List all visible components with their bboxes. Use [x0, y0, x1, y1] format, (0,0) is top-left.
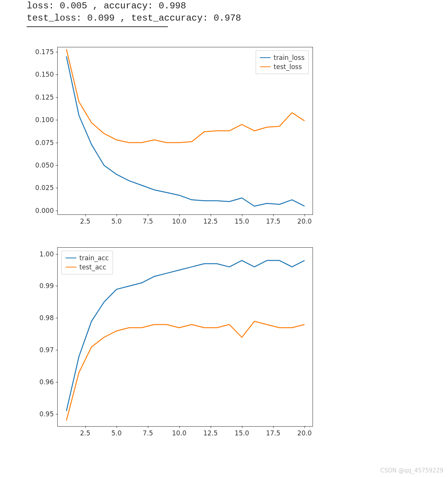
y-tick: 0.075 — [35, 139, 58, 147]
legend-label: test_loss — [274, 63, 302, 71]
y-tick: 0.97 — [39, 346, 58, 354]
y-tick: 1.00 — [39, 250, 58, 258]
y-tick: 0.150 — [35, 71, 58, 78]
accuracy-legend: train_acc test_acc — [61, 251, 113, 274]
x-tick: 15.0 — [235, 214, 249, 225]
console-line-1: loss: 0.005 , accuracy: 0.998 — [27, 1, 186, 11]
y-tick: 0.025 — [35, 184, 58, 192]
y-tick: 0.050 — [35, 161, 58, 169]
legend-swatch — [260, 57, 271, 58]
x-tick: 15.0 — [235, 426, 249, 437]
series-line-train_acc — [66, 260, 305, 411]
x-tick: 17.5 — [266, 214, 280, 225]
x-tick: 17.5 — [266, 426, 280, 437]
x-tick: 12.5 — [203, 426, 218, 437]
y-tick: 0.95 — [39, 410, 58, 418]
legend-swatch — [66, 267, 76, 268]
x-tick: 5.0 — [111, 426, 122, 437]
series-line-train_loss — [66, 56, 305, 206]
legend-swatch — [260, 66, 271, 68]
y-tick: 0.98 — [39, 314, 58, 322]
x-tick: 10.0 — [172, 426, 187, 437]
legend-label: test_acc — [79, 263, 106, 271]
legend-swatch — [66, 258, 76, 259]
divider — [27, 26, 168, 27]
x-tick: 10.0 — [172, 214, 187, 225]
x-tick: 20.0 — [297, 426, 312, 437]
x-tick: 12.5 — [203, 214, 218, 225]
legend-item-test-loss: test_loss — [260, 62, 305, 71]
x-tick: 2.5 — [80, 214, 90, 225]
x-tick: 7.5 — [143, 426, 153, 437]
x-tick: 2.5 — [80, 426, 90, 437]
x-tick: 20.0 — [297, 214, 312, 225]
accuracy-chart: train_acc test_acc 0.950.960.970.980.991… — [21, 243, 338, 451]
loss-legend: train_loss test_loss — [256, 50, 309, 74]
legend-item-train-acc: train_acc — [66, 253, 109, 263]
y-tick: 0.000 — [35, 207, 58, 214]
console-output: loss: 0.005 , accuracy: 0.998 test_loss:… — [0, 0, 448, 25]
series-line-test_acc — [66, 321, 305, 421]
y-tick: 0.175 — [35, 48, 58, 56]
y-tick: 0.100 — [35, 116, 58, 124]
watermark: CSDN @qq_45759229 — [380, 467, 443, 474]
legend-item-test-acc: test_acc — [66, 263, 109, 272]
legend-item-train-loss: train_loss — [260, 53, 305, 62]
y-tick: 0.99 — [39, 282, 58, 290]
y-tick: 0.125 — [35, 93, 58, 101]
legend-label: train_acc — [79, 254, 109, 262]
y-tick: 0.96 — [39, 378, 58, 386]
console-line-2: test_loss: 0.099 , test_accuracy: 0.978 — [27, 13, 241, 23]
legend-label: train_loss — [274, 54, 305, 61]
loss-chart: train_loss test_loss 0.0000.0250.0500.07… — [21, 32, 338, 230]
x-tick: 7.5 — [143, 214, 153, 225]
x-tick: 5.0 — [111, 214, 122, 225]
